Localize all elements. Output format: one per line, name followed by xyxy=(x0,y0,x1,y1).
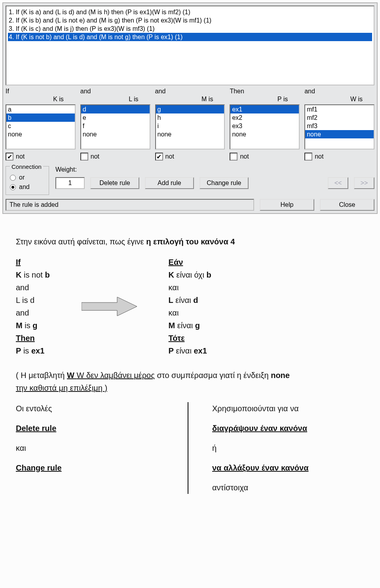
listbox-item[interactable]: c xyxy=(6,122,75,130)
rule-list[interactable]: 1. If (K is a) and (L is d) and (M is h)… xyxy=(6,6,374,85)
listbox-item[interactable]: b xyxy=(6,113,75,122)
variable-column: ThenP isex1ex2ex3nonenot xyxy=(230,88,300,161)
delete-rule-button[interactable]: Delete rule xyxy=(90,177,139,189)
rule-list-item[interactable]: 2. If (K is b) and (L is not e) and (M i… xyxy=(8,16,372,25)
svg-marker-0 xyxy=(82,297,137,316)
not-checkbox-row[interactable]: ✔not xyxy=(6,153,76,161)
value-listbox[interactable]: ghinone xyxy=(155,104,225,149)
listbox-item[interactable]: none xyxy=(6,130,75,138)
not-checkbox[interactable] xyxy=(230,153,238,161)
prev-rule-button[interactable]: << xyxy=(328,177,348,189)
close-button[interactable]: Close xyxy=(320,199,374,211)
connection-group: Connection or and xyxy=(6,166,49,195)
weight-label: Weight: xyxy=(55,166,374,173)
listbox-item[interactable]: f xyxy=(81,122,150,130)
col-top-label: If xyxy=(6,88,76,95)
col-top-label: and xyxy=(80,88,150,95)
listbox-item[interactable]: mf2 xyxy=(305,113,374,122)
connection-and-radio[interactable]: and xyxy=(10,183,43,191)
variable-columns: IfK isabcnone✔notandL isdefnonenotandM i… xyxy=(6,88,374,161)
col-var-label: P is xyxy=(230,96,300,103)
listbox-item[interactable]: none xyxy=(230,130,299,138)
connection-or-radio[interactable]: or xyxy=(10,174,43,181)
not-checkbox[interactable]: ✔ xyxy=(155,153,163,161)
variable-column: andW ismf1mf2mf3nonenot xyxy=(304,88,374,161)
not-label: not xyxy=(16,153,25,160)
listbox-item[interactable]: e xyxy=(81,113,150,122)
listbox-item[interactable]: ex3 xyxy=(230,122,299,130)
value-listbox[interactable]: mf1mf2mf3none xyxy=(304,104,374,149)
listbox-item[interactable]: ex1 xyxy=(230,105,299,113)
listbox-item[interactable]: a xyxy=(6,105,75,113)
rule-editor-window: 1. If (K is a) and (L is d) and (M is h)… xyxy=(2,2,378,214)
listbox-item[interactable]: h xyxy=(156,113,224,122)
col-var-label: M is xyxy=(155,96,225,103)
not-checkbox-row[interactable]: ✔not xyxy=(155,153,225,161)
rule-list-item[interactable]: 4. If (K is not b) and (L is d) and (M i… xyxy=(8,33,372,41)
col-var-label: K is xyxy=(6,96,76,103)
col-top-label: Then xyxy=(230,88,300,95)
not-label: not xyxy=(315,153,323,160)
col-top-label: and xyxy=(304,88,374,95)
value-listbox[interactable]: defnone xyxy=(80,104,150,149)
listbox-item[interactable]: none xyxy=(156,130,224,138)
not-label: not xyxy=(240,153,249,160)
rule-list-item[interactable]: 3. If (K is c) and (M is j) then (P is e… xyxy=(8,25,372,33)
not-checkbox[interactable]: ✔ xyxy=(6,153,13,161)
add-rule-button[interactable]: Add rule xyxy=(145,177,194,189)
col-var-label: L is xyxy=(80,96,150,103)
listbox-item[interactable]: none xyxy=(81,130,150,138)
listbox-item[interactable]: g xyxy=(156,105,224,113)
not-checkbox[interactable] xyxy=(80,153,88,161)
value-listbox[interactable]: abcnone xyxy=(6,104,76,149)
variable-column: IfK isabcnone✔not xyxy=(6,88,76,161)
status-bar: The rule is added xyxy=(6,199,254,211)
not-checkbox-row[interactable]: not xyxy=(304,153,374,161)
weight-input[interactable]: 1 xyxy=(55,177,85,189)
variable-column: andL isdefnonenot xyxy=(80,88,150,161)
col-top-label: and xyxy=(155,88,225,95)
help-button[interactable]: Help xyxy=(260,199,314,211)
variable-column: andM isghinone✔not xyxy=(155,88,225,161)
listbox-item[interactable]: d xyxy=(81,105,150,113)
connection-label: Connection xyxy=(10,163,43,170)
listbox-item[interactable]: mf3 xyxy=(305,122,374,130)
arrow-icon xyxy=(82,297,137,316)
listbox-item[interactable]: none xyxy=(305,130,374,138)
value-listbox[interactable]: ex1ex2ex3none xyxy=(230,104,300,149)
not-checkbox-row[interactable]: not xyxy=(230,153,300,161)
not-label: not xyxy=(91,153,99,160)
not-checkbox-row[interactable]: not xyxy=(80,153,150,161)
next-rule-button[interactable]: >> xyxy=(354,177,374,189)
change-rule-button[interactable]: Change rule xyxy=(200,177,249,189)
listbox-item[interactable]: mf1 xyxy=(305,105,374,113)
listbox-item[interactable]: ex2 xyxy=(230,113,299,122)
explanation-text: Στην εικόνα αυτή φαίνεται, πως έγινε η ε… xyxy=(0,216,380,505)
not-checkbox[interactable] xyxy=(304,153,312,161)
not-label: not xyxy=(165,153,174,160)
rule-list-item[interactable]: 1. If (K is a) and (L is d) and (M is h)… xyxy=(8,8,372,16)
col-var-label: W is xyxy=(304,96,374,103)
listbox-item[interactable]: i xyxy=(156,122,224,130)
